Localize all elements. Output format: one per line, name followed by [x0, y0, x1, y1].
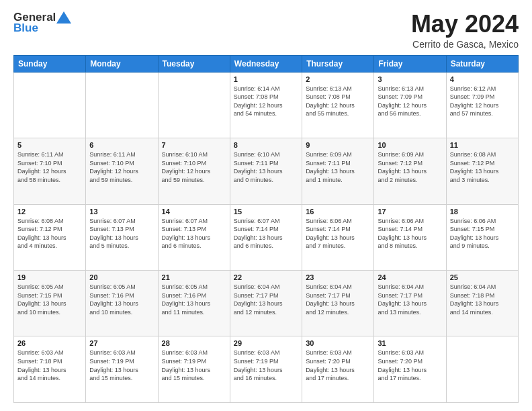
- calendar-cell: 28Sunrise: 6:03 AM Sunset: 7:19 PM Dayli…: [158, 336, 230, 403]
- day-number: 19: [17, 273, 82, 281]
- day-info: Sunrise: 6:07 AM Sunset: 7:13 PM Dayligh…: [162, 217, 226, 250]
- day-number: 9: [306, 141, 370, 149]
- day-info: Sunrise: 6:08 AM Sunset: 7:12 PM Dayligh…: [450, 150, 515, 184]
- day-info: Sunrise: 6:04 AM Sunset: 7:17 PM Dayligh…: [306, 283, 370, 316]
- calendar-cell: 30Sunrise: 6:03 AM Sunset: 7:20 PM Dayli…: [302, 336, 374, 403]
- day-info: Sunrise: 6:07 AM Sunset: 7:14 PM Dayligh…: [234, 217, 298, 250]
- day-number: 20: [89, 273, 154, 281]
- calendar-week-1: 5Sunrise: 6:11 AM Sunset: 7:10 PM Daylig…: [14, 138, 519, 204]
- calendar-header-thursday: Thursday: [302, 55, 374, 72]
- calendar: SundayMondayTuesdayWednesdayThursdayFrid…: [13, 55, 519, 403]
- calendar-week-0: 1Sunrise: 6:14 AM Sunset: 7:08 PM Daylig…: [14, 72, 519, 138]
- calendar-cell: 10Sunrise: 6:09 AM Sunset: 7:12 PM Dayli…: [374, 138, 446, 204]
- day-info: Sunrise: 6:03 AM Sunset: 7:19 PM Dayligh…: [234, 349, 298, 382]
- calendar-header-friday: Friday: [374, 55, 446, 72]
- calendar-cell: [446, 336, 518, 403]
- calendar-cell: 27Sunrise: 6:03 AM Sunset: 7:19 PM Dayli…: [86, 336, 158, 403]
- logo-blue: Blue: [13, 21, 38, 35]
- page: General Blue May 2024 Cerrito de Gasca, …: [0, 0, 532, 411]
- day-number: 16: [306, 208, 370, 216]
- day-number: 8: [234, 141, 298, 149]
- day-info: Sunrise: 6:06 AM Sunset: 7:15 PM Dayligh…: [450, 217, 515, 250]
- day-number: 4: [450, 75, 515, 83]
- day-number: 14: [162, 208, 226, 216]
- calendar-cell: 19Sunrise: 6:05 AM Sunset: 7:15 PM Dayli…: [14, 271, 86, 336]
- calendar-cell: 25Sunrise: 6:04 AM Sunset: 7:18 PM Dayli…: [446, 271, 518, 336]
- day-number: 23: [306, 273, 370, 281]
- svg-marker-0: [56, 11, 71, 24]
- day-info: Sunrise: 6:10 AM Sunset: 7:11 PM Dayligh…: [234, 150, 298, 184]
- calendar-week-4: 26Sunrise: 6:03 AM Sunset: 7:18 PM Dayli…: [14, 336, 519, 403]
- calendar-cell: 22Sunrise: 6:04 AM Sunset: 7:17 PM Dayli…: [230, 271, 302, 336]
- calendar-cell: 23Sunrise: 6:04 AM Sunset: 7:17 PM Dayli…: [302, 271, 374, 336]
- day-info: Sunrise: 6:03 AM Sunset: 7:19 PM Dayligh…: [162, 349, 226, 382]
- day-number: 18: [450, 208, 515, 216]
- day-info: Sunrise: 6:06 AM Sunset: 7:14 PM Dayligh…: [306, 217, 370, 250]
- day-number: 27: [89, 339, 154, 347]
- calendar-cell: 1Sunrise: 6:14 AM Sunset: 7:08 PM Daylig…: [230, 72, 302, 138]
- day-info: Sunrise: 6:08 AM Sunset: 7:12 PM Dayligh…: [17, 217, 82, 250]
- day-info: Sunrise: 6:04 AM Sunset: 7:17 PM Dayligh…: [234, 283, 298, 316]
- day-info: Sunrise: 6:05 AM Sunset: 7:16 PM Dayligh…: [89, 283, 154, 316]
- calendar-header-saturday: Saturday: [446, 55, 518, 72]
- day-number: 12: [17, 208, 82, 216]
- calendar-cell: 7Sunrise: 6:10 AM Sunset: 7:10 PM Daylig…: [158, 138, 230, 204]
- day-number: 15: [234, 208, 298, 216]
- day-info: Sunrise: 6:13 AM Sunset: 7:09 PM Dayligh…: [378, 85, 442, 118]
- day-info: Sunrise: 6:09 AM Sunset: 7:11 PM Dayligh…: [306, 150, 370, 184]
- calendar-cell: 5Sunrise: 6:11 AM Sunset: 7:10 PM Daylig…: [14, 138, 86, 204]
- day-number: 2: [306, 75, 370, 83]
- day-number: 28: [162, 339, 226, 347]
- day-info: Sunrise: 6:04 AM Sunset: 7:17 PM Dayligh…: [378, 283, 442, 316]
- day-number: 13: [89, 208, 154, 216]
- day-number: 29: [234, 339, 298, 347]
- day-number: 3: [378, 75, 442, 83]
- day-number: 24: [378, 273, 442, 281]
- calendar-cell: 3Sunrise: 6:13 AM Sunset: 7:09 PM Daylig…: [374, 72, 446, 138]
- calendar-cell: 15Sunrise: 6:07 AM Sunset: 7:14 PM Dayli…: [230, 204, 302, 270]
- calendar-header-row: SundayMondayTuesdayWednesdayThursdayFrid…: [14, 55, 519, 72]
- calendar-cell: 17Sunrise: 6:06 AM Sunset: 7:14 PM Dayli…: [374, 204, 446, 270]
- calendar-cell: [14, 72, 86, 138]
- calendar-cell: 2Sunrise: 6:13 AM Sunset: 7:08 PM Daylig…: [302, 72, 374, 138]
- day-info: Sunrise: 6:12 AM Sunset: 7:09 PM Dayligh…: [450, 85, 515, 118]
- day-info: Sunrise: 6:04 AM Sunset: 7:18 PM Dayligh…: [450, 283, 515, 316]
- day-info: Sunrise: 6:05 AM Sunset: 7:16 PM Dayligh…: [162, 283, 226, 316]
- calendar-header-wednesday: Wednesday: [230, 55, 302, 72]
- calendar-week-3: 19Sunrise: 6:05 AM Sunset: 7:15 PM Dayli…: [14, 271, 519, 336]
- calendar-cell: 24Sunrise: 6:04 AM Sunset: 7:17 PM Dayli…: [374, 271, 446, 336]
- calendar-cell: 26Sunrise: 6:03 AM Sunset: 7:18 PM Dayli…: [14, 336, 86, 403]
- day-info: Sunrise: 6:03 AM Sunset: 7:18 PM Dayligh…: [17, 349, 82, 382]
- day-number: 21: [162, 273, 226, 281]
- day-info: Sunrise: 6:03 AM Sunset: 7:20 PM Dayligh…: [378, 349, 442, 382]
- calendar-header-sunday: Sunday: [14, 55, 86, 72]
- calendar-cell: 12Sunrise: 6:08 AM Sunset: 7:12 PM Dayli…: [14, 204, 86, 270]
- calendar-cell: 29Sunrise: 6:03 AM Sunset: 7:19 PM Dayli…: [230, 336, 302, 403]
- logo: General Blue: [13, 11, 71, 35]
- calendar-cell: 13Sunrise: 6:07 AM Sunset: 7:13 PM Dayli…: [86, 204, 158, 270]
- day-number: 11: [450, 141, 515, 149]
- location: Cerrito de Gasca, Mexico: [411, 39, 519, 50]
- calendar-header-monday: Monday: [86, 55, 158, 72]
- day-info: Sunrise: 6:13 AM Sunset: 7:08 PM Dayligh…: [306, 85, 370, 118]
- day-info: Sunrise: 6:05 AM Sunset: 7:15 PM Dayligh…: [17, 283, 82, 316]
- calendar-cell: 8Sunrise: 6:10 AM Sunset: 7:11 PM Daylig…: [230, 138, 302, 204]
- calendar-cell: 16Sunrise: 6:06 AM Sunset: 7:14 PM Dayli…: [302, 204, 374, 270]
- day-info: Sunrise: 6:07 AM Sunset: 7:13 PM Dayligh…: [89, 217, 154, 250]
- day-number: 17: [378, 208, 442, 216]
- calendar-cell: [158, 72, 230, 138]
- calendar-cell: 31Sunrise: 6:03 AM Sunset: 7:20 PM Dayli…: [374, 336, 446, 403]
- day-number: 5: [17, 141, 82, 149]
- day-number: 22: [234, 273, 298, 281]
- day-info: Sunrise: 6:03 AM Sunset: 7:19 PM Dayligh…: [89, 349, 154, 382]
- day-number: 26: [17, 339, 82, 347]
- calendar-cell: 14Sunrise: 6:07 AM Sunset: 7:13 PM Dayli…: [158, 204, 230, 270]
- month-title: May 2024: [411, 11, 519, 38]
- calendar-cell: 6Sunrise: 6:11 AM Sunset: 7:10 PM Daylig…: [86, 138, 158, 204]
- day-info: Sunrise: 6:03 AM Sunset: 7:20 PM Dayligh…: [306, 349, 370, 382]
- title-block: May 2024 Cerrito de Gasca, Mexico: [411, 11, 519, 50]
- calendar-cell: 9Sunrise: 6:09 AM Sunset: 7:11 PM Daylig…: [302, 138, 374, 204]
- header: General Blue May 2024 Cerrito de Gasca, …: [13, 11, 519, 50]
- day-number: 31: [378, 339, 442, 347]
- day-info: Sunrise: 6:14 AM Sunset: 7:08 PM Dayligh…: [234, 85, 298, 118]
